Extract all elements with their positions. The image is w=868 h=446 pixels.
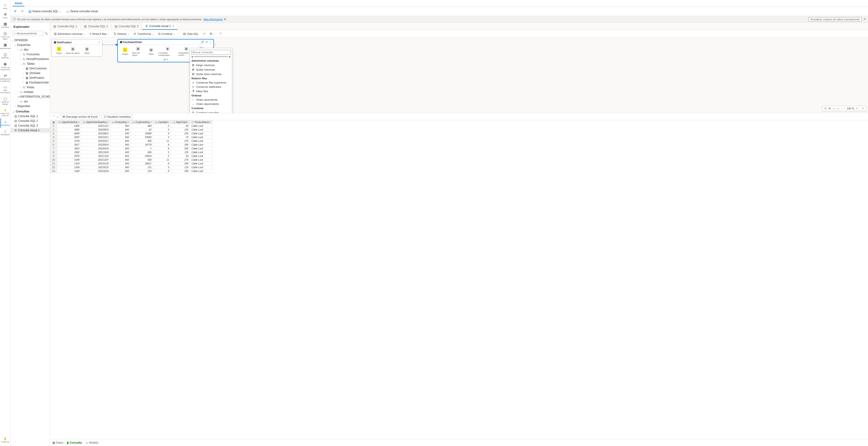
nav-home[interactable]: ⌂Inicio xyxy=(0,1,10,11)
cmd-item[interactable]: ▥Elegir columnas xyxy=(190,63,232,67)
grid-cell[interactable]: 20220317 xyxy=(81,139,110,143)
grid-col-header[interactable]: 1²₃SalesOrderDateKey▾ xyxy=(81,121,110,124)
grid-col-header[interactable]: 1²₃Cantidad▾ xyxy=(153,121,171,124)
refresh-icon[interactable]: ⟳ xyxy=(20,9,25,14)
link-icon[interactable]: 🔗 xyxy=(200,40,204,43)
results-grid[interactable]: ▦1²₃SalesOrderKey▾1²₃SalesOrderDateKey▾1… xyxy=(50,120,868,439)
fit-icon[interactable]: ⊕ xyxy=(829,107,831,110)
grid-cell[interactable]: 29778 xyxy=(130,143,153,147)
grid-rownum[interactable]: 5 xyxy=(50,139,57,143)
connector-out-2[interactable] xyxy=(213,44,215,45)
grid-cell[interactable]: 50 xyxy=(171,124,190,128)
tree-funciones[interactable]: ›🗀Funciones xyxy=(10,52,50,57)
grid-corner[interactable]: ▦ xyxy=(50,121,57,124)
grid-col-header[interactable]: 1²₃SalesOrderKey▾ xyxy=(57,121,81,124)
grid-cell[interactable]: 225 xyxy=(171,132,190,135)
grid-cell[interactable]: 2 xyxy=(153,124,171,128)
grid-cell[interactable]: Cable Lock xyxy=(190,143,212,147)
grid-cell[interactable]: Cable Lock xyxy=(190,162,212,166)
tab-modelo[interactable]: ⚏Modelo xyxy=(86,441,98,444)
grid-cell[interactable]: 125 xyxy=(171,128,190,132)
grid-cell[interactable]: 3734 xyxy=(57,139,81,143)
tree-query[interactable]: ▤Consulta SQL 2 xyxy=(10,119,50,123)
grid-cell[interactable]: 29915 xyxy=(130,154,153,158)
grid-cell[interactable]: 5007 xyxy=(57,135,81,139)
nav-metrics[interactable]: ◫Métricas xyxy=(0,51,10,60)
grid-cell[interactable]: 843 xyxy=(110,154,130,158)
grid-cell[interactable]: Cable Lock xyxy=(190,166,212,169)
grid-cell[interactable]: 8 xyxy=(153,147,171,151)
query-tab-active[interactable]: ⚙Consulta visual 1✕ xyxy=(142,23,178,30)
grid-cell[interactable]: 75 xyxy=(171,135,190,139)
export-button[interactable]: ↗ xyxy=(202,31,207,36)
grid-cell[interactable]: 5306 xyxy=(57,124,81,128)
grid-rownum[interactable]: 9 xyxy=(50,154,57,158)
nav-data-center[interactable]: ◎Centro de datos xyxy=(0,30,10,41)
collapse-down-icon[interactable]: ⌄ xyxy=(56,115,59,118)
grid-cell[interactable]: 29580 xyxy=(130,132,153,135)
grid-cell[interactable]: 2932 xyxy=(57,151,81,154)
grid-cell[interactable]: 20220416 xyxy=(81,143,110,147)
transform-button[interactable]: ⇄Transformar⌄ xyxy=(132,31,155,36)
canvas[interactable]: ▦DimProduct ⋮ ⚬Origen ▦Base de datos ▦Ta… xyxy=(50,38,868,113)
cmd-item[interactable]: ≡Conservar filas superiores xyxy=(190,81,232,85)
nav-powerbi[interactable]: ▮Power BI xyxy=(0,435,10,445)
tree-table[interactable]: ›▦DimDate xyxy=(10,71,50,75)
grid-rownum[interactable]: 13 xyxy=(50,169,57,173)
grid-cell[interactable]: 50 xyxy=(171,154,190,158)
grid-rownum[interactable]: 4 xyxy=(50,135,57,139)
scroll-left-icon[interactable]: ◀ xyxy=(191,56,193,58)
grid-cell[interactable]: Cable Lock xyxy=(190,154,212,158)
grid-cell[interactable]: 20220819 xyxy=(81,128,110,132)
grid-cell[interactable]: 564 xyxy=(130,158,153,162)
grid-cell[interactable]: 5 xyxy=(153,151,171,154)
new-visual-query-button[interactable]: ⚏ Nueva consulta visual xyxy=(65,8,99,14)
grid-cell[interactable]: 20211207 xyxy=(81,158,110,162)
grid-cell[interactable]: 3 xyxy=(153,135,171,139)
grid-rownum[interactable]: 2 xyxy=(50,128,57,132)
grid-rownum[interactable]: 8 xyxy=(50,151,57,154)
tree-sprocs[interactable]: ›🗀StoredProcedures xyxy=(10,57,50,61)
nav-data-gtl[interactable]: ✦Datos GTL y Dev AI xyxy=(0,107,10,118)
grid-cell[interactable]: 2976 xyxy=(57,154,81,158)
grid-cell[interactable]: 4685 xyxy=(57,128,81,132)
grid-col-header[interactable]: ᴬᴮᶜProductName▾ xyxy=(190,121,212,124)
grid-cell[interactable]: Cable Lock xyxy=(190,169,212,173)
nav-browse[interactable]: ▦Examinar xyxy=(0,21,10,30)
grid-cell[interactable]: 4690 xyxy=(57,132,81,135)
grid-cell[interactable]: 8 xyxy=(153,162,171,166)
nav-apps[interactable]: ▣Aplicaciones xyxy=(0,41,10,51)
step-db[interactable]: ▦Base de datos xyxy=(66,47,80,54)
grid-cell[interactable]: 843 xyxy=(110,135,130,139)
grid-cell[interactable]: 843 xyxy=(110,166,130,169)
cmd-item[interactable]: ⧉Combinar consultas xyxy=(190,110,232,113)
tab-consulta[interactable]: ▮Consulta xyxy=(67,441,82,444)
grid-cell[interactable]: Cable Lock xyxy=(190,135,212,139)
tree-invitado[interactable]: ›⚏invitado xyxy=(10,90,50,94)
nav-create[interactable]: ⊕Crear xyxy=(0,11,10,20)
step-tabla[interactable]: ▦Tabla xyxy=(82,47,92,54)
tree-seguridad[interactable]: ›Seguridad xyxy=(10,104,50,108)
grid-col-header[interactable]: 1.2SalesTotal▾ xyxy=(171,121,190,124)
grid-cell[interactable]: 20210118 xyxy=(81,162,110,166)
grid-cell[interactable]: 275 xyxy=(171,139,190,143)
grid-rownum[interactable]: 7 xyxy=(50,147,57,151)
query-tab[interactable]: ▤Consulta SQL 1 xyxy=(50,23,81,29)
tree-schemas[interactable]: ⌄Esquemas xyxy=(10,42,50,47)
grid-cell[interactable]: 11 xyxy=(153,139,171,143)
grid-cell[interactable]: 125 xyxy=(171,151,190,154)
grid-cell[interactable]: 843 xyxy=(110,143,130,147)
grid-cell[interactable]: Cable Lock xyxy=(190,124,212,128)
grid-cell[interactable]: 8 xyxy=(153,143,171,147)
step-merge[interactable]: ◉Consultas combinadas xyxy=(158,46,177,57)
grid-cell[interactable]: 843 xyxy=(110,128,130,132)
nav-warehouse-2[interactable]: ⌂DP000DW xyxy=(0,128,10,137)
more-icon[interactable]: ⋮ xyxy=(98,41,100,44)
tree-sys[interactable]: ›⚏sys xyxy=(10,99,50,104)
reduce-rows-button[interactable]: ≡Reducir filas⌄ xyxy=(88,31,111,36)
tree-dbo[interactable]: ⌄⚏dbo xyxy=(10,47,50,52)
grid-cell[interactable]: 8 xyxy=(153,169,171,173)
update-dataset-button[interactable]: Actualizar conjunto de datos manualmente xyxy=(808,17,862,22)
tree-vistas[interactable]: ›🗀Vistas xyxy=(10,85,50,90)
cmd-item[interactable]: ▥Quitar columnas xyxy=(190,67,232,72)
